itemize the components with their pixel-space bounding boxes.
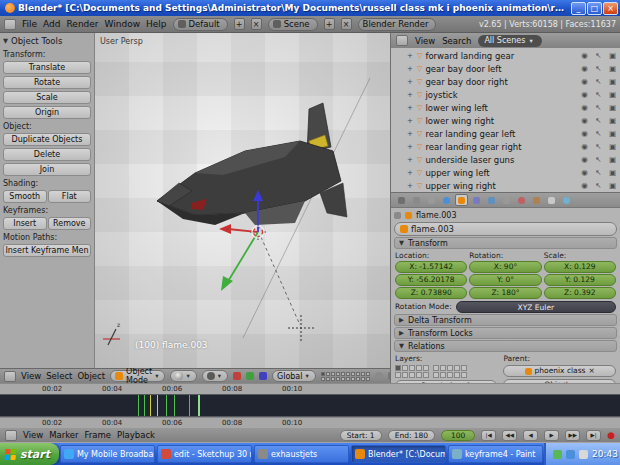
visibility-toggle[interactable]: ◉ <box>579 103 590 112</box>
current-frame-marker[interactable] <box>198 395 200 416</box>
expand-icon[interactable]: + <box>406 156 414 164</box>
viewport-layers-grid[interactable] <box>321 372 370 381</box>
renderability-toggle[interactable]: ▣ <box>607 155 618 164</box>
3d-viewport[interactable]: z User Persp (100) flame.003 <box>95 33 390 368</box>
manipulator-translate-icon[interactable] <box>233 372 241 380</box>
selectability-toggle[interactable]: ↖ <box>593 142 604 151</box>
timeline-menu-frame[interactable]: Frame <box>85 430 111 440</box>
outliner-item[interactable]: +▽rear landing gear right◉↖▣ <box>393 140 618 153</box>
expand-icon[interactable]: + <box>406 65 414 73</box>
remove-keyframe-button[interactable]: Remove <box>48 217 92 230</box>
tab-render-layers[interactable] <box>410 194 423 206</box>
delete-button[interactable]: Delete <box>3 148 91 161</box>
selectability-toggle[interactable]: ↖ <box>593 51 604 60</box>
outliner-item[interactable]: +▽gear bay door left◉↖▣ <box>393 62 618 75</box>
fast-forward-button[interactable]: ▶▶ <box>565 430 580 441</box>
renderability-toggle[interactable]: ▣ <box>607 103 618 112</box>
location-y-field[interactable]: Y: -56.20178 <box>395 274 467 286</box>
renderability-toggle[interactable]: ▣ <box>607 64 618 73</box>
manipulator-rotate-icon[interactable] <box>246 372 254 380</box>
jump-to-start-button[interactable]: |◀ <box>481 430 496 441</box>
renderability-toggle[interactable]: ▣ <box>607 181 618 190</box>
tab-modifiers[interactable] <box>485 194 498 206</box>
tab-material[interactable] <box>515 194 528 206</box>
expand-icon[interactable]: + <box>406 91 414 99</box>
renderability-toggle[interactable]: ▣ <box>607 129 618 138</box>
origin-button[interactable]: Origin <box>3 106 91 119</box>
object-layers-grid[interactable] <box>395 365 497 378</box>
current-frame-field[interactable]: 100 <box>441 430 475 441</box>
join-button[interactable]: Join <box>3 163 91 176</box>
keyframe-marker[interactable] <box>138 395 139 416</box>
insert-keyframe-button[interactable]: Insert <box>3 217 47 230</box>
tool-shelf-panel-header[interactable]: ▼ Object Tools <box>3 36 91 46</box>
taskbar-item-broadband[interactable]: My Mobile Broadband... <box>60 445 155 463</box>
insert-keyframe-menu-button[interactable]: Insert Keyframe Men <box>3 244 91 257</box>
delete-scene-button[interactable]: × <box>341 18 352 30</box>
keyframe-marker[interactable] <box>150 395 151 416</box>
screen-layout-select[interactable]: Default <box>173 18 228 31</box>
mode-select[interactable]: Object Mode ▾ <box>110 370 165 382</box>
renderability-toggle[interactable]: ▣ <box>607 51 618 60</box>
tray-volume-icon[interactable] <box>579 450 588 459</box>
clear-parent-icon[interactable]: × <box>589 366 595 376</box>
outliner-item[interactable]: +▽forward landing gear◉↖▣ <box>393 49 618 62</box>
empty-crosshair[interactable] <box>288 315 314 341</box>
tab-world[interactable] <box>440 194 453 206</box>
selectability-toggle[interactable]: ↖ <box>593 155 604 164</box>
translate-button[interactable]: Translate <box>3 61 91 74</box>
viewport-menu-view[interactable]: View <box>21 371 41 381</box>
keyframe-marker[interactable] <box>157 395 158 416</box>
keyframe-marker[interactable] <box>189 395 190 416</box>
taskbar-item-sketchup[interactable]: edit - Sketchup 30 m... <box>157 445 252 463</box>
keyframe-marker[interactable] <box>166 395 167 416</box>
timeline-menu-playback[interactable]: Playback <box>117 430 155 440</box>
frame-end-field[interactable]: End: 180 <box>388 430 435 441</box>
outliner-menu-search[interactable]: Search <box>442 36 471 46</box>
expand-icon[interactable]: + <box>406 143 414 151</box>
expand-icon[interactable]: + <box>406 130 414 138</box>
outliner-item[interactable]: +▽upper wing left◉↖▣ <box>393 166 618 179</box>
selectability-toggle[interactable]: ↖ <box>593 77 604 86</box>
tab-object[interactable] <box>455 194 468 206</box>
visibility-toggle[interactable]: ◉ <box>579 142 590 151</box>
scale-button[interactable]: Scale <box>3 91 91 104</box>
tab-scene[interactable] <box>425 194 438 206</box>
timeline-menu-marker[interactable]: Marker <box>49 430 78 440</box>
visibility-toggle[interactable]: ◉ <box>579 64 590 73</box>
rotation-z-field[interactable]: Z: 180° <box>469 287 541 299</box>
rotate-button[interactable]: Rotate <box>3 76 91 89</box>
rewind-button[interactable]: ◀◀ <box>502 430 517 441</box>
tab-texture[interactable] <box>530 194 543 206</box>
outliner-item[interactable]: +▽gear bay door right◉↖▣ <box>393 75 618 88</box>
render-engine-select[interactable]: Blender Render <box>358 18 437 31</box>
selectability-toggle[interactable]: ↖ <box>593 116 604 125</box>
scale-z-field[interactable]: Z: 0.392 <box>544 287 616 299</box>
keyframe-marker[interactable] <box>174 395 175 416</box>
flat-button[interactable]: Flat <box>48 190 92 203</box>
tab-particles[interactable] <box>545 194 558 206</box>
selectability-toggle[interactable]: ↖ <box>593 103 604 112</box>
play-button[interactable]: ▶ <box>544 430 559 441</box>
tab-constraints[interactable] <box>470 194 483 206</box>
taskbar-item-blender[interactable]: Blender* [C:\Docume... <box>351 445 446 463</box>
expand-icon[interactable]: + <box>406 169 414 177</box>
tab-physics[interactable] <box>560 194 573 206</box>
delete-layout-button[interactable]: × <box>251 18 262 30</box>
selectability-toggle[interactable]: ↖ <box>593 64 604 73</box>
timeline-keyframe-strip[interactable] <box>0 394 620 417</box>
outliner-editor-icon[interactable] <box>396 35 408 46</box>
expand-icon[interactable]: + <box>406 104 414 112</box>
add-layout-button[interactable]: + <box>234 18 245 30</box>
expand-icon[interactable]: + <box>406 117 414 125</box>
timeline-menu-view[interactable]: View <box>23 430 43 440</box>
transform-orientation-select[interactable]: Global ▾ <box>272 370 316 382</box>
keyframe-marker[interactable] <box>144 395 145 416</box>
menu-window[interactable]: Window <box>105 19 141 29</box>
taskbar-item-exhaustjets[interactable]: exhaustjets <box>254 445 349 463</box>
renderability-toggle[interactable]: ▣ <box>607 168 618 177</box>
outliner-item[interactable]: +▽lower wing left◉↖▣ <box>393 101 618 114</box>
parent-field[interactable]: phoenix class × <box>503 365 616 377</box>
expand-icon[interactable]: + <box>406 52 414 60</box>
rotation-x-field[interactable]: X: 90° <box>469 261 541 273</box>
